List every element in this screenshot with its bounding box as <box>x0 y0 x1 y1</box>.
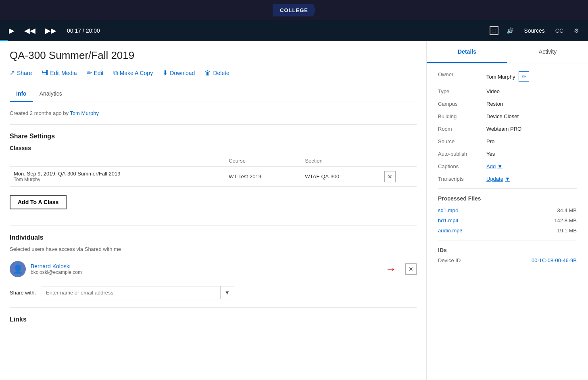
cc-button[interactable]: CC <box>553 26 566 35</box>
edit-owner-button[interactable]: ✏ <box>519 71 529 82</box>
campus-label: Campus <box>438 101 482 107</box>
class-course-cell: WT-Test-2019 <box>225 167 301 187</box>
play-button[interactable]: ▶ <box>6 25 17 37</box>
tab-analytics[interactable]: Analytics <box>33 86 69 102</box>
video-top-bar: COLLEGE <box>0 0 588 20</box>
owner-row: Owner Tom Murphy ✏ <box>438 71 577 82</box>
rewind-button[interactable]: ◀◀ <box>22 25 38 37</box>
picture-icon[interactable]: ⊡ <box>490 26 498 35</box>
tab-details[interactable]: Details <box>427 41 507 63</box>
download-icon: ⬇ <box>163 69 168 77</box>
transcripts-chevron-icon: ▼ <box>505 176 510 182</box>
device-id-value[interactable]: 00-1C-08-00-46-9B <box>532 257 577 263</box>
tab-activity[interactable]: Activity <box>507 41 588 63</box>
download-button[interactable]: ⬇ Download <box>163 69 195 77</box>
add-to-class-button[interactable]: Add To A Class <box>10 195 67 209</box>
room-label: Room <box>438 126 482 132</box>
creator-link[interactable]: Tom Murphy <box>70 110 99 116</box>
sources-button[interactable]: Sources <box>521 26 547 35</box>
divider-3 <box>10 307 417 308</box>
progress-line <box>0 40 8 41</box>
class-owner: Tom Murphy <box>14 177 221 182</box>
source-value: Pro <box>486 138 494 144</box>
col-section: Section <box>301 155 380 167</box>
file-sd1-link[interactable]: sd1.mp4 <box>438 207 458 213</box>
type-row: Type Video <box>438 88 577 94</box>
copy-icon: ⧉ <box>113 69 118 77</box>
type-label: Type <box>438 88 482 94</box>
col-remove <box>380 155 417 167</box>
auto-publish-label: Auto-publish <box>438 151 482 157</box>
individual-info: Bernard Koloski bkoloski@example.com <box>31 263 400 275</box>
divider-1 <box>10 124 417 125</box>
share-button[interactable]: ↗ Share <box>10 69 32 77</box>
make-a-copy-button[interactable]: ⧉ Make A Copy <box>113 69 153 77</box>
ids-heading: IDs <box>438 247 577 253</box>
created-info: Created 2 months ago by Tom Murphy <box>10 110 417 116</box>
file-hd1-size: 142.8 MB <box>554 217 577 223</box>
college-logo: COLLEGE <box>273 4 315 17</box>
source-row: Source Pro <box>438 138 577 144</box>
remove-individual-button[interactable]: ✕ <box>405 263 417 275</box>
processed-files-heading: Processed Files <box>438 195 577 202</box>
captions-dropdown[interactable]: Add ▼ <box>486 163 503 169</box>
class-date-cell: Mon. Sep 9, 2019: QA-300 Summer/Fall 201… <box>10 167 225 187</box>
links-title: Links <box>10 316 417 323</box>
fastforward-button[interactable]: ▶▶ <box>43 25 59 37</box>
auto-publish-value: Yes <box>486 151 495 157</box>
file-sd1-size: 34.4 MB <box>557 207 577 213</box>
device-id-row: Device ID 00-1C-08-00-46-9B <box>438 257 577 263</box>
transcripts-label: Transcripts <box>438 176 482 182</box>
divider-details-2 <box>438 240 577 240</box>
col-course: Course <box>225 155 301 167</box>
owner-label: Owner <box>438 71 482 77</box>
individual-name: Bernard Koloski <box>31 263 400 269</box>
remove-class-button[interactable]: ✕ <box>384 171 396 182</box>
individuals-desc: Selected users have access via Shared wi… <box>10 246 417 252</box>
captions-chevron-icon: ▼ <box>497 163 503 169</box>
settings-button[interactable]: ⚙ <box>571 26 582 35</box>
file-row-audio: audio.mp3 19.1 MB <box>438 228 577 234</box>
individual-email: bkoloski@example.com <box>31 269 400 275</box>
avatar: 👤 <box>10 261 26 277</box>
captions-label: Captions <box>438 163 482 169</box>
left-tabs: Info Analytics <box>10 86 417 102</box>
volume-button[interactable]: 🔊 <box>504 26 516 35</box>
file-row-sd1: sd1.mp4 34.4 MB <box>438 207 577 213</box>
class-remove-cell: ✕ <box>380 167 417 187</box>
edit-button[interactable]: ✏ Edit <box>87 69 104 77</box>
time-display: 00:17 / 20:00 <box>67 27 100 34</box>
transcripts-row: Transcripts Update ▼ <box>438 176 577 182</box>
individuals-title: Individuals <box>10 234 417 241</box>
right-panel: Details Activity Owner Tom Murphy ✏ Type… <box>427 41 588 380</box>
player-bar: ▶ ◀◀ ▶▶ 00:17 / 20:00 ⊡ 🔊 Sources CC ⚙ <box>0 20 588 41</box>
main-content: QA-300 Summer/Fall 2019 ↗ Share 🎞 Edit M… <box>0 41 588 380</box>
file-hd1-link[interactable]: hd1.mp4 <box>438 217 459 223</box>
transcripts-value: Update ▼ <box>486 176 510 182</box>
delete-button[interactable]: 🗑 Delete <box>204 69 229 77</box>
classes-label: Classes <box>10 145 417 151</box>
red-arrow-annotation: → <box>385 263 396 276</box>
divider-details-1 <box>438 188 577 189</box>
pencil-icon: ✏ <box>87 69 92 77</box>
divider-2 <box>10 225 417 226</box>
right-tabs: Details Activity <box>427 41 588 63</box>
tab-info[interactable]: Info <box>10 86 33 102</box>
share-with-input[interactable] <box>41 286 220 299</box>
action-bar: ↗ Share 🎞 Edit Media ✏ Edit ⧉ Make A Cop… <box>10 69 417 78</box>
edit-media-button[interactable]: 🎞 Edit Media <box>42 69 77 77</box>
source-label: Source <box>438 138 482 144</box>
trash-icon: 🗑 <box>204 69 211 77</box>
avatar-icon: 👤 <box>13 264 23 274</box>
room-value: Webteam PRO <box>486 126 521 132</box>
auto-publish-row: Auto-publish Yes <box>438 151 577 157</box>
transcripts-dropdown[interactable]: Update ▼ <box>486 176 510 182</box>
building-row: Building Device Closet <box>438 113 577 119</box>
share-dropdown-button[interactable]: ▼ <box>220 286 234 299</box>
type-value: Video <box>486 88 500 94</box>
col-class <box>10 155 225 167</box>
individual-row: 👤 Bernard Koloski bkoloski@example.com →… <box>10 258 417 280</box>
classes-table: Course Section Mon. Sep 9, 2019: QA-300 … <box>10 155 417 187</box>
file-audio-link[interactable]: audio.mp3 <box>438 228 463 234</box>
room-row: Room Webteam PRO <box>438 126 577 132</box>
